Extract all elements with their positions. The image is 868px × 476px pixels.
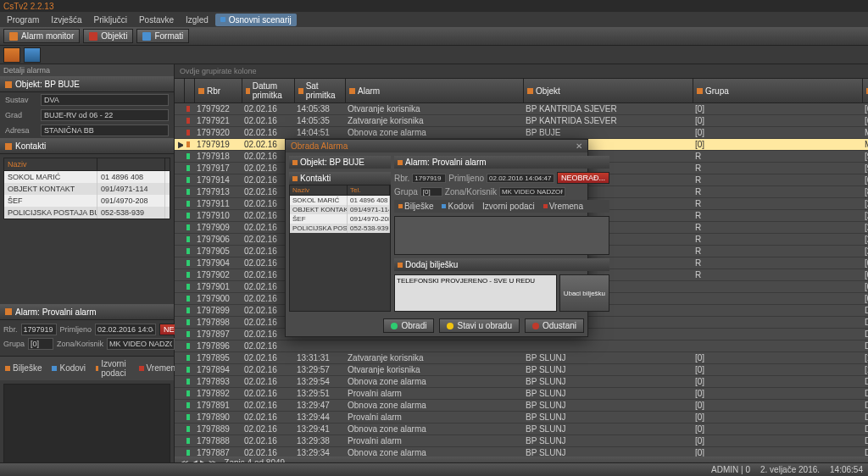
contact-row[interactable]: ŠEF091/4970-208 [290,214,390,224]
grad-field[interactable] [41,109,169,121]
odustani-button[interactable]: Odustani [525,318,584,333]
status-icon [186,390,190,396]
pin-icon [198,88,204,94]
objekti-button[interactable]: Objekti [83,29,133,43]
menu-prikljucci[interactable]: Priključci [88,14,131,26]
zona-field[interactable] [107,338,175,350]
table-row[interactable]: 179789602.02.16DP skladište [175,340,868,352]
table-row[interactable]: 179789502.02.1613:31:31Zatvaranje korisn… [175,352,868,364]
status-icon [186,236,190,242]
object-header: Objekt: BP BUJE [0,76,174,92]
contact-row[interactable]: OBJEKT KONTAKT091/4971-114 [4,183,170,195]
col-objekt[interactable]: Objekt [524,79,693,102]
table-row[interactable]: 179788902.02.1613:29:41Obnova zone alarm… [175,423,868,435]
dlg-alarm-header: Alarm: Provalni alarm [394,156,609,169]
alarm-col-icon [349,88,355,94]
detail-content [3,384,170,467]
dlg-tabs: Bilješke Kodovi Izvorni podaci Vremena [394,200,609,213]
col-date[interactable]: Datum primitka [242,79,295,102]
menubar: Program Izvješća Priključci Postavke Izg… [0,12,868,27]
note-icon [5,366,10,371]
kontakti-header: Kontakti [0,138,174,154]
dlg-tab-kodovi[interactable]: Kodovi [437,200,478,213]
status-icon [186,165,190,171]
table-row[interactable]: 179789002.02.1613:29:44Provalni alarmBP … [175,412,868,423]
rbr-field[interactable] [21,324,57,335]
dialog-close-icon[interactable]: ✕ [576,141,582,151]
obrada-alarma-dialog: Obrada Alarma ✕ Objekt: BP BUJE Kontakti… [285,139,588,337]
menu-izgled[interactable]: Izgled [181,14,214,26]
icon-button-1[interactable] [3,47,20,63]
table-row[interactable]: 179788802.02.1613:29:38Provalni alarmBP … [175,435,868,447]
col-time[interactable]: Sat primitka [295,79,346,102]
table-row[interactable]: 179788702.02.1613:29:34Obnova zone alarm… [175,447,868,457]
table-row[interactable]: 179789102.02.1613:29:47Obnova zone alarm… [175,400,868,412]
menu-postavke[interactable]: Postavke [134,14,179,26]
dlg-grupa-field[interactable] [420,187,442,196]
status-icon [186,189,190,195]
status-icon [186,355,190,361]
bell-icon [9,32,18,41]
status-icon [186,450,190,456]
dlg-tab-biljeske[interactable]: Bilješke [394,200,437,213]
table-row[interactable]: 179789302.02.1613:29:54Obnova zone alarm… [175,376,868,388]
tab-izvorni[interactable]: Izvorni podaci [91,357,133,380]
sustav-field[interactable] [41,94,169,106]
primljeno-field[interactable] [95,324,156,335]
contact-row[interactable]: OBJEKT KONTAKT091/4971-114 [290,205,390,214]
dlg-primljeno-field[interactable] [487,174,554,183]
dlg-tab-izvorni[interactable]: Izvorni podaci [478,200,539,213]
dialog-left: Objekt: BP BUJE Kontakti NazivTel. SOKOL… [289,156,391,312]
calendar-icon [246,88,250,94]
col-zona[interactable]: Zona/Korisnik [863,79,868,102]
status-icon [186,272,190,278]
dlg-zona-field[interactable] [499,187,565,196]
contact-row[interactable]: SOKOL MARIĆ01 4896 408 [290,196,390,205]
contact-row[interactable]: ŠEF091/4970-208 [4,195,170,207]
status-icon [186,307,190,313]
menu-izvjesca[interactable]: Izvješća [46,14,86,26]
titlebar: CsTv2 2.2.13 [0,0,868,12]
dlg-contacts-table: NazivTel. SOKOL MARIĆ01 4896 408OBJEKT K… [289,185,391,312]
formati-button[interactable]: Formati [136,29,189,43]
obradi-button[interactable]: Obradi [383,318,434,333]
grupa-field[interactable] [28,338,53,350]
status-icon [186,438,190,444]
col-alarm[interactable]: Alarm [346,79,524,102]
statusbar: ADMIN | 0 2. veljače 2016. 14:06:54 [0,462,868,476]
dialog-titlebar[interactable]: Obrada Alarma ✕ [286,140,587,152]
contact-row[interactable]: POLICIJSKA POSTAJA BUJE052-538-939 [4,207,170,219]
table-row[interactable]: 179792102.02.1614:05:35Zatvaranje korisn… [175,115,868,127]
scenario-tab[interactable]: Osnovni scenarij [215,14,297,26]
dlg-tab-vremena[interactable]: Vremena [539,200,587,213]
plus-icon [398,263,403,268]
dlg-note-textarea[interactable] [394,274,557,312]
adresa-field[interactable] [41,125,169,136]
table-row[interactable]: 179789402.02.1613:29:57Otvaranje korisni… [175,364,868,376]
contact-row[interactable]: POLICIJSKA POST...052-538-939 [290,224,390,233]
group-bar[interactable]: Ovdje grupirate kolone [175,64,868,79]
dlg-rbr-field[interactable] [412,174,446,183]
table-row[interactable]: 179789202.02.1613:29:51Provalni alarmBP … [175,388,868,400]
alarm-header: Alarm: Provalni alarm [0,304,174,320]
alarm-icon [5,308,12,315]
icon-button-2[interactable] [24,47,41,63]
alarm-monitor-button[interactable]: Alarm monitor [3,29,80,43]
stavi-u-obradu-button[interactable]: Stavi u obradu [439,318,520,333]
col-grupa[interactable]: Grupa [693,79,863,102]
status-icon [186,141,190,147]
tab-biljeske[interactable]: Bilješke [0,357,47,380]
status-icon [186,379,190,385]
table-row[interactable]: 179792002.02.1614:04:51Obnova zone alarm… [175,127,868,139]
contact-row[interactable]: SOKOL MARIĆ01 4896 408 [4,171,170,183]
cancel-icon [532,323,539,329]
table-row[interactable]: 179792202.02.1614:05:38Otvaranje korisni… [175,103,868,115]
col-rbr[interactable]: Rbr [195,79,242,102]
sustav-label: Sustav [5,96,36,104]
clock-icon [298,88,303,94]
dlg-neobr-button[interactable]: NEOBRAĐ... [557,172,609,184]
ubaci-biljseku-button[interactable]: Ubaci bilješku [559,274,609,312]
tab-kodovi[interactable]: Kodovi [47,357,91,380]
menu-program[interactable]: Program [2,14,44,26]
status-icon [186,130,190,136]
